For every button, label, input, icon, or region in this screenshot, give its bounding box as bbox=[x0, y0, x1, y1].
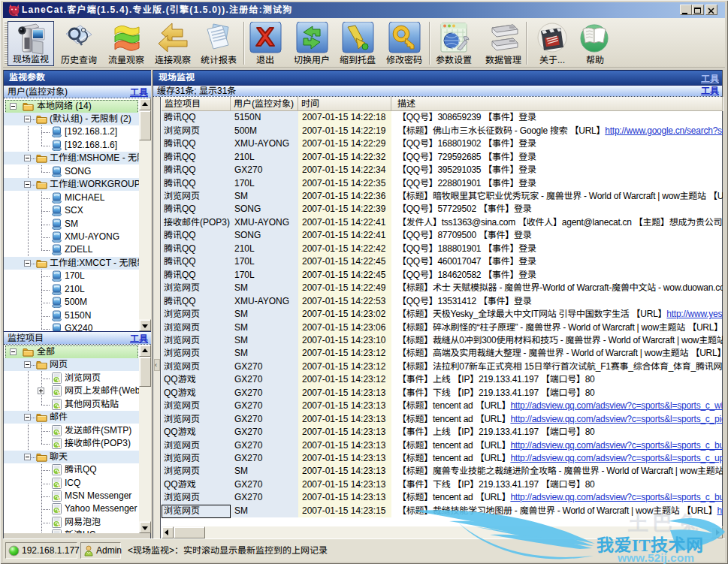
svg-text:www.52ij.com: www.52ij.com bbox=[617, 551, 694, 564]
